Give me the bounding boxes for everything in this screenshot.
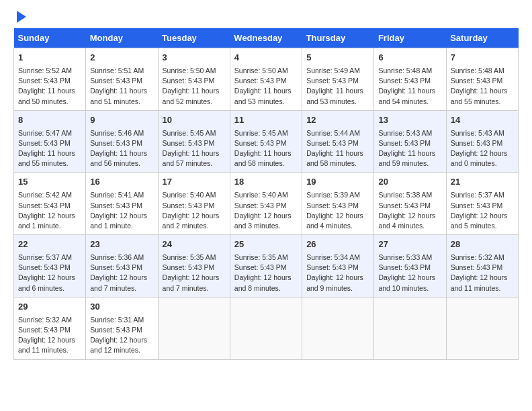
calendar-cell bbox=[158, 297, 230, 359]
day-detail: Sunrise: 5:37 AMSunset: 5:43 PMDaylight:… bbox=[451, 190, 514, 231]
calendar-cell: 14Sunrise: 5:43 AMSunset: 5:43 PMDayligh… bbox=[446, 110, 518, 173]
header-saturday: Saturday bbox=[446, 28, 518, 48]
day-number: 28 bbox=[451, 238, 514, 251]
day-detail: Sunrise: 5:32 AMSunset: 5:43 PMDaylight:… bbox=[18, 315, 81, 356]
calendar-cell: 6Sunrise: 5:48 AMSunset: 5:43 PMDaylight… bbox=[374, 48, 446, 111]
day-detail: Sunrise: 5:47 AMSunset: 5:43 PMDaylight:… bbox=[18, 128, 81, 169]
header-thursday: Thursday bbox=[302, 28, 374, 48]
calendar-cell bbox=[302, 297, 374, 359]
calendar-cell: 26Sunrise: 5:34 AMSunset: 5:43 PMDayligh… bbox=[302, 235, 374, 298]
header-friday: Friday bbox=[374, 28, 446, 48]
header-wednesday: Wednesday bbox=[230, 28, 302, 48]
day-detail: Sunrise: 5:46 AMSunset: 5:43 PMDaylight:… bbox=[90, 128, 153, 169]
day-detail: Sunrise: 5:40 AMSunset: 5:43 PMDaylight:… bbox=[163, 190, 226, 231]
header-sunday: Sunday bbox=[14, 28, 86, 48]
day-number: 17 bbox=[163, 176, 226, 189]
day-number: 26 bbox=[306, 238, 369, 251]
calendar-cell: 11Sunrise: 5:45 AMSunset: 5:43 PMDayligh… bbox=[230, 110, 302, 173]
day-detail: Sunrise: 5:43 AMSunset: 5:43 PMDaylight:… bbox=[378, 128, 441, 169]
header-monday: Monday bbox=[86, 28, 158, 48]
calendar-cell: 12Sunrise: 5:44 AMSunset: 5:43 PMDayligh… bbox=[302, 110, 374, 173]
calendar-cell: 15Sunrise: 5:42 AMSunset: 5:43 PMDayligh… bbox=[14, 173, 86, 235]
calendar-cell: 20Sunrise: 5:38 AMSunset: 5:43 PMDayligh… bbox=[374, 173, 446, 235]
day-detail: Sunrise: 5:35 AMSunset: 5:43 PMDaylight:… bbox=[234, 253, 298, 293]
day-number: 3 bbox=[163, 52, 226, 64]
calendar-cell: 19Sunrise: 5:39 AMSunset: 5:43 PMDayligh… bbox=[302, 173, 374, 235]
day-number: 29 bbox=[18, 301, 81, 314]
day-detail: Sunrise: 5:48 AMSunset: 5:43 PMDaylight:… bbox=[451, 66, 514, 107]
day-number: 8 bbox=[18, 114, 81, 127]
logo-flag-icon bbox=[17, 11, 26, 23]
day-detail: Sunrise: 5:37 AMSunset: 5:43 PMDaylight:… bbox=[18, 253, 81, 293]
week-row-4: 22Sunrise: 5:37 AMSunset: 5:43 PMDayligh… bbox=[14, 235, 519, 298]
day-number: 12 bbox=[306, 114, 369, 127]
day-number: 25 bbox=[234, 238, 298, 251]
calendar-cell: 2Sunrise: 5:51 AMSunset: 5:43 PMDaylight… bbox=[86, 48, 158, 111]
day-number: 19 bbox=[306, 176, 369, 189]
calendar-cell: 7Sunrise: 5:48 AMSunset: 5:43 PMDaylight… bbox=[446, 48, 518, 111]
day-detail: Sunrise: 5:39 AMSunset: 5:43 PMDaylight:… bbox=[306, 190, 369, 231]
calendar-cell: 28Sunrise: 5:32 AMSunset: 5:43 PMDayligh… bbox=[446, 235, 518, 298]
day-number: 5 bbox=[306, 52, 369, 64]
page-header bbox=[13, 13, 519, 23]
day-detail: Sunrise: 5:40 AMSunset: 5:43 PMDaylight:… bbox=[234, 190, 298, 231]
day-detail: Sunrise: 5:34 AMSunset: 5:43 PMDaylight:… bbox=[306, 253, 369, 293]
calendar-cell: 1Sunrise: 5:52 AMSunset: 5:43 PMDaylight… bbox=[14, 48, 86, 111]
calendar-cell: 30Sunrise: 5:31 AMSunset: 5:43 PMDayligh… bbox=[86, 297, 158, 359]
day-number: 20 bbox=[378, 176, 441, 189]
calendar-header-row: SundayMondayTuesdayWednesdayThursdayFrid… bbox=[14, 28, 519, 48]
day-number: 10 bbox=[163, 114, 226, 127]
calendar-cell: 3Sunrise: 5:50 AMSunset: 5:43 PMDaylight… bbox=[158, 48, 230, 111]
day-detail: Sunrise: 5:48 AMSunset: 5:43 PMDaylight:… bbox=[378, 66, 441, 107]
day-number: 4 bbox=[234, 52, 298, 64]
day-number: 21 bbox=[451, 176, 514, 189]
day-detail: Sunrise: 5:31 AMSunset: 5:43 PMDaylight:… bbox=[90, 315, 153, 356]
day-number: 27 bbox=[378, 238, 441, 251]
day-number: 1 bbox=[18, 52, 81, 64]
calendar-cell: 9Sunrise: 5:46 AMSunset: 5:43 PMDaylight… bbox=[86, 110, 158, 173]
week-row-1: 1Sunrise: 5:52 AMSunset: 5:43 PMDaylight… bbox=[14, 48, 519, 111]
day-number: 6 bbox=[378, 52, 441, 64]
calendar-cell: 4Sunrise: 5:50 AMSunset: 5:43 PMDaylight… bbox=[230, 48, 302, 111]
day-number: 9 bbox=[90, 114, 153, 127]
day-number: 14 bbox=[451, 114, 514, 127]
day-detail: Sunrise: 5:52 AMSunset: 5:43 PMDaylight:… bbox=[18, 66, 81, 107]
day-detail: Sunrise: 5:33 AMSunset: 5:43 PMDaylight:… bbox=[378, 253, 441, 293]
day-number: 7 bbox=[451, 52, 514, 64]
calendar-cell: 23Sunrise: 5:36 AMSunset: 5:43 PMDayligh… bbox=[86, 235, 158, 298]
day-detail: Sunrise: 5:42 AMSunset: 5:43 PMDaylight:… bbox=[18, 190, 81, 231]
calendar-cell: 18Sunrise: 5:40 AMSunset: 5:43 PMDayligh… bbox=[230, 173, 302, 235]
calendar-cell bbox=[230, 297, 302, 359]
day-number: 16 bbox=[90, 176, 153, 189]
day-number: 13 bbox=[378, 114, 441, 127]
day-detail: Sunrise: 5:41 AMSunset: 5:43 PMDaylight:… bbox=[90, 190, 153, 231]
day-detail: Sunrise: 5:51 AMSunset: 5:43 PMDaylight:… bbox=[90, 66, 153, 107]
calendar-cell bbox=[374, 297, 446, 359]
day-number: 18 bbox=[234, 176, 298, 189]
calendar-cell: 5Sunrise: 5:49 AMSunset: 5:43 PMDaylight… bbox=[302, 48, 374, 111]
calendar-cell: 22Sunrise: 5:37 AMSunset: 5:43 PMDayligh… bbox=[14, 235, 86, 298]
week-row-2: 8Sunrise: 5:47 AMSunset: 5:43 PMDaylight… bbox=[14, 110, 519, 173]
calendar-cell: 21Sunrise: 5:37 AMSunset: 5:43 PMDayligh… bbox=[446, 173, 518, 235]
day-detail: Sunrise: 5:43 AMSunset: 5:43 PMDaylight:… bbox=[451, 128, 514, 169]
day-number: 15 bbox=[18, 176, 81, 189]
day-detail: Sunrise: 5:50 AMSunset: 5:43 PMDaylight:… bbox=[163, 66, 226, 107]
calendar-cell: 16Sunrise: 5:41 AMSunset: 5:43 PMDayligh… bbox=[86, 173, 158, 235]
day-detail: Sunrise: 5:35 AMSunset: 5:43 PMDaylight:… bbox=[163, 253, 226, 293]
day-detail: Sunrise: 5:36 AMSunset: 5:43 PMDaylight:… bbox=[90, 253, 153, 293]
day-number: 22 bbox=[18, 238, 81, 251]
calendar-table: SundayMondayTuesdayWednesdayThursdayFrid… bbox=[13, 28, 519, 360]
day-number: 2 bbox=[90, 52, 153, 64]
day-number: 23 bbox=[90, 238, 153, 251]
week-row-3: 15Sunrise: 5:42 AMSunset: 5:43 PMDayligh… bbox=[14, 173, 519, 235]
day-detail: Sunrise: 5:44 AMSunset: 5:43 PMDaylight:… bbox=[306, 128, 369, 169]
calendar-cell: 29Sunrise: 5:32 AMSunset: 5:43 PMDayligh… bbox=[14, 297, 86, 359]
day-detail: Sunrise: 5:50 AMSunset: 5:43 PMDaylight:… bbox=[234, 66, 298, 107]
logo bbox=[13, 13, 26, 23]
calendar-cell: 24Sunrise: 5:35 AMSunset: 5:43 PMDayligh… bbox=[158, 235, 230, 298]
calendar-cell: 8Sunrise: 5:47 AMSunset: 5:43 PMDaylight… bbox=[14, 110, 86, 173]
calendar-cell: 25Sunrise: 5:35 AMSunset: 5:43 PMDayligh… bbox=[230, 235, 302, 298]
day-number: 24 bbox=[163, 238, 226, 251]
calendar-cell: 17Sunrise: 5:40 AMSunset: 5:43 PMDayligh… bbox=[158, 173, 230, 235]
day-number: 30 bbox=[90, 301, 153, 314]
